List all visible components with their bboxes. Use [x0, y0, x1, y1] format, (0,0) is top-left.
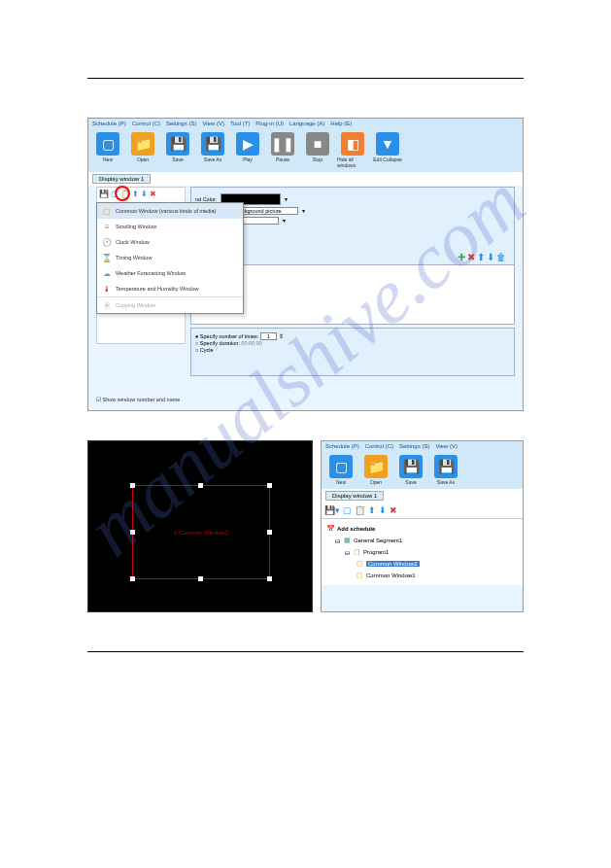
dd-common-window[interactable]: ▢Common Window (various kinds of media)	[97, 203, 243, 219]
play-button[interactable]: ▶Play	[232, 132, 263, 168]
down-icon[interactable]: ⬇	[141, 190, 148, 198]
expand-icon[interactable]: ⊟	[345, 549, 350, 556]
screenshot-1: Schedule (P) Control (C) Settings (S) Vi…	[87, 118, 524, 411]
up-icon[interactable]: ⬆	[368, 505, 376, 515]
dropdown-arrow-icon[interactable]: ▾	[283, 218, 286, 224]
menu-plugin[interactable]: Plug-in (U)	[255, 121, 284, 126]
pause-button[interactable]: ❚❚Pause	[267, 132, 298, 168]
thermometer-icon: 🌡	[102, 284, 112, 294]
resize-handle[interactable]	[198, 576, 203, 581]
tree-window-1[interactable]: ▢Common Window1	[325, 570, 519, 581]
tab-row: Display window 1	[88, 172, 523, 186]
menu-control[interactable]: Control (C)	[132, 121, 160, 126]
resize-handle[interactable]	[267, 483, 272, 488]
saveas-button[interactable]: 💾Save As	[430, 455, 461, 485]
open-button[interactable]: 📁Open	[360, 455, 391, 485]
dd-clock-window[interactable]: 🕐Clock Window	[97, 234, 243, 250]
up-icon[interactable]: ⬆	[132, 190, 139, 198]
selection-rectangle[interactable]: 1-Common Window2	[132, 485, 270, 579]
screenshot-row-2: 1-Common Window2 Schedule (P) Control (C…	[87, 440, 524, 612]
menu-language[interactable]: Language (A)	[289, 121, 324, 126]
save-button[interactable]: 💾Save	[162, 132, 193, 168]
dd-copying-window[interactable]: ⎘Copying Window	[97, 296, 243, 313]
scroll-icon: ≡	[102, 222, 112, 231]
show-window-checkbox[interactable]: ☑ Show window number and name	[96, 397, 180, 402]
new-button[interactable]: ▢New	[325, 455, 356, 485]
radio-cycle[interactable]: ○ Cycle	[195, 347, 510, 353]
window-icon: ▢	[355, 571, 364, 580]
window-icon: ▢	[102, 206, 112, 216]
menu-schedule[interactable]: Schedule (P)	[92, 121, 126, 126]
weather-icon: ☁	[102, 268, 112, 278]
up-icon[interactable]: ⬆	[477, 252, 485, 262]
menu-schedule[interactable]: Schedule (P)	[325, 443, 359, 449]
menu-settings[interactable]: Settings (S)	[166, 121, 196, 126]
new-button[interactable]: ▢New	[92, 132, 123, 168]
menu-control[interactable]: Control (C)	[365, 443, 393, 449]
resize-handle[interactable]	[267, 576, 272, 581]
resize-handle[interactable]	[198, 483, 203, 488]
collapse-button[interactable]: ▼Edit Collapse	[372, 132, 403, 168]
save-icon[interactable]: 💾	[99, 190, 109, 198]
trash-icon[interactable]: 🗑	[496, 252, 506, 262]
tree-segment[interactable]: ⊟▦General Segment1	[325, 535, 519, 546]
menu-help[interactable]: Help (E)	[330, 121, 352, 126]
hourglass-icon: ⌛	[102, 253, 112, 262]
delete-icon[interactable]: ✖	[390, 505, 397, 515]
expand-icon[interactable]: ⊟	[335, 538, 340, 544]
dd-weather-window[interactable]: ☁Weather Forecasting Window	[97, 265, 243, 281]
tree-window-2[interactable]: ▢Common Window2	[325, 558, 519, 570]
down-icon[interactable]: ⬇	[379, 505, 387, 515]
copy-icon[interactable]: 📋	[355, 505, 365, 515]
tree-panel: Schedule (P) Control (C) Settings (S) Vi…	[321, 440, 524, 612]
resize-handle[interactable]	[130, 576, 135, 581]
save-icon[interactable]: 💾▾	[324, 505, 340, 515]
dd-scrolling-window[interactable]: ≡Scrolling Window	[97, 219, 243, 234]
schedule-tree: 📅Add schedule ⊟▦General Segment1 ⊟▢Progr…	[322, 519, 523, 585]
dd-temp-window[interactable]: 🌡Temperature and Humidity Window	[97, 281, 243, 296]
add-icon[interactable]: ✚	[458, 252, 465, 262]
saveas-button[interactable]: 💾Save As	[197, 132, 228, 168]
menu-view[interactable]: View (V)	[202, 121, 224, 126]
tab-row: Display window 1	[322, 489, 523, 503]
tree-root[interactable]: 📅Add schedule	[325, 523, 519, 535]
menubar: Schedule (P) Control (C) Settings (S) Vi…	[322, 441, 523, 451]
bottom-rule	[87, 651, 524, 652]
hide-button[interactable]: ◧Hide all windows	[337, 132, 368, 168]
resize-handle[interactable]	[267, 530, 272, 535]
remove-icon[interactable]: ✖	[467, 252, 475, 262]
schedule-icon: 📅	[325, 524, 335, 534]
window-type-dropdown: ▢Common Window (various kinds of media) …	[96, 202, 244, 314]
selection-label: 1-Common Window2	[174, 530, 228, 536]
tab-display-window-1[interactable]: Display window 1	[92, 174, 151, 184]
side-toolbar: 💾▾ ▢ 📋 ⬆ ⬇ ✖	[322, 503, 523, 519]
resize-handle[interactable]	[130, 483, 135, 488]
dropdown-arrow-icon[interactable]: ▾	[285, 196, 288, 202]
side-toolbar: 💾 ▢ 📋 ⬆ ⬇ ✖	[97, 188, 185, 200]
window-icon[interactable]: ▢	[343, 505, 352, 515]
open-button[interactable]: 📁Open	[127, 132, 158, 168]
segment-icon: ▦	[342, 536, 352, 545]
dropdown-arrow-icon[interactable]: ▾	[302, 208, 305, 214]
action-icons: ✚ ✖ ⬆ ⬇ 🗑	[458, 252, 506, 262]
menu-tool[interactable]: Tool (T)	[230, 121, 250, 126]
radio-duration[interactable]: ○ Specify duration: 00:00:00	[195, 340, 510, 346]
copy-icon: ⎘	[102, 300, 112, 310]
timing-panel: ● Specify number of times: 1 ⇕ ○ Specify…	[190, 328, 515, 376]
down-icon[interactable]: ⬇	[487, 252, 494, 262]
stop-button[interactable]: ■Stop	[302, 132, 333, 168]
menu-view[interactable]: View (V)	[435, 443, 458, 449]
top-rule	[87, 78, 524, 79]
tab-display-window-1[interactable]: Display window 1	[325, 491, 384, 501]
dd-timing-window[interactable]: ⌛Timing Window	[97, 250, 243, 265]
main-toolbar: ▢New 📁Open 💾Save 💾Save As ▶Play ❚❚Pause …	[88, 128, 523, 172]
window-icon: ▢	[355, 559, 364, 569]
menu-settings[interactable]: Settings (S)	[399, 443, 429, 449]
save-button[interactable]: 💾Save	[395, 455, 426, 485]
delete-icon[interactable]: ✖	[150, 190, 156, 198]
menubar: Schedule (P) Control (C) Settings (S) Vi…	[88, 119, 523, 128]
main-toolbar: ▢New 📁Open 💾Save 💾Save As	[322, 451, 523, 489]
radio-times[interactable]: ● Specify number of times: 1 ⇕	[195, 333, 510, 339]
resize-handle[interactable]	[130, 530, 135, 535]
tree-program[interactable]: ⊟▢Program1	[325, 546, 519, 558]
